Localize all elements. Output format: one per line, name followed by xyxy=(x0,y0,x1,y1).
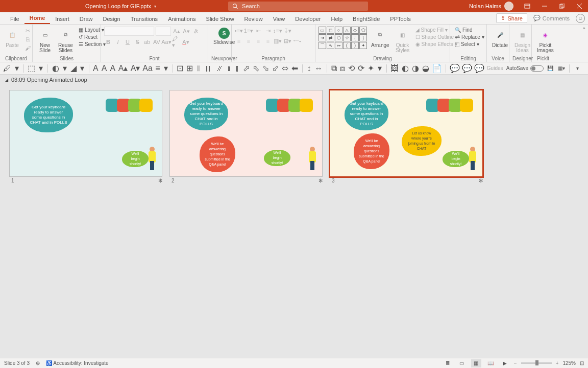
qat-btn[interactable]: ≡ xyxy=(155,64,160,73)
tab-file[interactable]: File xyxy=(5,14,24,24)
qat-btn[interactable]: ⫿ xyxy=(235,64,240,73)
zoom-out-button[interactable]: − xyxy=(514,360,517,366)
underline-button[interactable]: U xyxy=(124,38,132,46)
slide-sorter-view-button[interactable]: ▦ xyxy=(471,359,481,367)
select-button[interactable]: ⬚ Select ▾ xyxy=(453,41,486,48)
qat-btn[interactable]: ◑ xyxy=(412,64,419,73)
restore-button[interactable] xyxy=(553,0,571,12)
slide-thumbnail-1[interactable]: Get your keyboard ready to answer some q… xyxy=(9,90,164,185)
qat-btn[interactable]: ⬀ xyxy=(243,64,250,73)
animation-star-icon[interactable]: ✻ xyxy=(479,178,483,183)
qat-btn[interactable]: 💬 xyxy=(450,64,459,73)
zoom-level[interactable]: 125% xyxy=(562,360,576,366)
qat-btn[interactable]: ⫾ xyxy=(227,64,232,73)
shadow-button[interactable]: ab xyxy=(143,38,151,46)
qat-btn[interactable]: ◒ xyxy=(422,64,429,73)
increase-indent-button[interactable]: ⇥ xyxy=(264,27,272,35)
autosave-toggle[interactable] xyxy=(530,65,544,72)
align-center-button[interactable]: ≡ xyxy=(244,37,253,45)
animation-star-icon[interactable]: ✻ xyxy=(318,178,323,183)
tab-transitions[interactable]: Transitions xyxy=(126,14,163,24)
tab-help[interactable]: Help xyxy=(326,14,348,24)
qat-btn[interactable]: ✦ xyxy=(368,64,374,73)
filename-area[interactable]: Opening Loop for GIF.pptx ▾ xyxy=(85,3,156,9)
zoom-in-button[interactable]: + xyxy=(556,360,559,366)
search-box[interactable] xyxy=(228,2,368,11)
tab-home[interactable]: Home xyxy=(24,13,51,24)
dictate-button[interactable]: 🎤Dictate xyxy=(490,27,510,49)
quick-styles-button[interactable]: ◧Quick Styles xyxy=(394,27,412,54)
columns-button[interactable]: ▥▾ xyxy=(274,37,282,45)
normal-view-button[interactable]: ▭ xyxy=(457,359,467,367)
close-button[interactable] xyxy=(571,0,588,12)
qat-btn[interactable]: ⟲ xyxy=(348,64,355,73)
cut-button[interactable]: ✂ xyxy=(23,27,32,35)
tab-insert[interactable]: Insert xyxy=(50,14,75,24)
qat-btn[interactable]: ⬃ xyxy=(272,64,279,73)
tab-design[interactable]: Design xyxy=(97,14,125,24)
qat-btn[interactable]: ⊡ xyxy=(177,64,183,73)
design-ideas-button[interactable]: ▦Design Ideas xyxy=(512,27,532,54)
strikethrough-button[interactable]: S̶ xyxy=(133,38,141,46)
change-case-button[interactable]: Aa▾ xyxy=(162,38,170,46)
qat-btn[interactable]: ▦▾ xyxy=(557,64,566,73)
qat-btn[interactable]: 📄 xyxy=(432,64,442,73)
replace-button[interactable]: ⮂ Replace ▾ xyxy=(453,34,486,40)
tab-animations[interactable]: Animations xyxy=(163,14,201,24)
clear-formatting-button[interactable]: A̷ xyxy=(192,27,200,35)
reading-view-button[interactable]: 📖 xyxy=(485,359,496,367)
shapes-gallery[interactable]: ▭◻○△◇⬠ ➔⇄⬡☆{} ⌒∿⬰()✦ xyxy=(318,27,367,49)
format-painter-button[interactable]: 🖌 xyxy=(23,44,32,52)
italic-button[interactable]: I xyxy=(114,38,122,46)
share-button[interactable]: ⇪Share xyxy=(496,13,527,23)
minimize-button[interactable] xyxy=(536,0,553,12)
feedback-button[interactable]: ☺ xyxy=(576,14,585,23)
qat-btn[interactable]: ▾ xyxy=(377,64,382,73)
justify-button[interactable]: ≡ xyxy=(264,37,272,45)
qat-btn[interactable]: 🖊 xyxy=(3,64,11,73)
section-header[interactable]: ◢ 03:09 Opening Animated Loop xyxy=(0,75,588,85)
slide-thumbnail-3[interactable]: Get your keyboard ready to answer some q… xyxy=(330,90,485,185)
tab-developer[interactable]: Developer xyxy=(290,14,326,24)
qat-btn[interactable]: 💾 xyxy=(546,64,555,73)
align-left-button[interactable]: ≡ xyxy=(235,37,243,45)
qat-btn[interactable]: ⬂ xyxy=(262,64,269,73)
smartart-button[interactable]: ⬳▾ xyxy=(293,37,301,45)
qat-btn[interactable]: A xyxy=(93,64,99,73)
qat-btn[interactable]: ▾ xyxy=(62,64,67,73)
char-spacing-button[interactable]: AV xyxy=(153,38,161,46)
qat-btn[interactable]: 💬 xyxy=(462,64,472,73)
bullets-button[interactable]: •≡▾ xyxy=(235,27,243,35)
qat-btn[interactable]: ⬅ xyxy=(291,64,298,73)
copy-button[interactable]: ⎘ xyxy=(23,35,32,43)
filename-dropdown-icon[interactable]: ▾ xyxy=(154,4,156,9)
qat-btn[interactable]: ◢ xyxy=(70,64,77,73)
tab-pptools[interactable]: PPTools xyxy=(385,14,415,24)
user-account[interactable]: Nolan Haims xyxy=(464,2,519,11)
search-input[interactable] xyxy=(242,3,364,9)
zoom-slider[interactable] xyxy=(521,362,552,364)
slideshow-view-button[interactable]: ▶ xyxy=(500,359,510,367)
qat-btn[interactable]: ⧉ xyxy=(331,64,337,73)
tab-slideshow[interactable]: Slide Show xyxy=(201,14,239,24)
reuse-slides-button[interactable]: ⧉Reuse Slides xyxy=(56,27,75,54)
qat-btn[interactable]: 🖼 xyxy=(390,64,399,73)
paste-button[interactable]: 📋Paste xyxy=(3,27,21,49)
qat-btn[interactable]: A▾ xyxy=(131,64,140,73)
text-direction-button[interactable]: ↧▾ xyxy=(283,27,291,35)
line-spacing-button[interactable]: ↕≡▾ xyxy=(274,27,282,35)
animation-star-icon[interactable]: ✻ xyxy=(158,178,162,183)
highlight-button[interactable]: 🖍▾ xyxy=(172,38,180,46)
qat-btn[interactable]: ⫴ xyxy=(196,64,201,73)
ribbon-display-button[interactable] xyxy=(519,0,536,12)
pickit-button[interactable]: ◉Pickit Images xyxy=(535,27,556,54)
arrange-button[interactable]: ⧉Arrange xyxy=(369,27,391,49)
qat-btn[interactable]: ⬄ xyxy=(282,64,288,73)
font-color-button[interactable]: A▾ xyxy=(182,38,190,46)
qat-btn[interactable]: 💬 xyxy=(475,64,484,73)
font-name-input[interactable] xyxy=(104,27,154,36)
qat-btn[interactable]: ⧈ xyxy=(340,64,345,73)
qat-btn[interactable]: ▾ xyxy=(38,64,43,73)
qat-btn[interactable]: ◐ xyxy=(402,64,409,73)
tab-view[interactable]: View xyxy=(268,14,290,24)
